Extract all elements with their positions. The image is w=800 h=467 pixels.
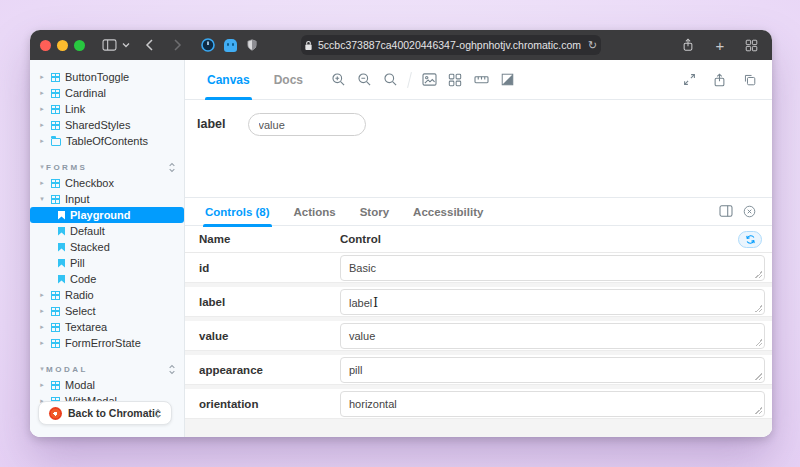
controls-rows: id Basic label labelI <box>185 253 772 437</box>
component-icon <box>51 339 60 348</box>
copy-link-icon[interactable] <box>736 67 762 93</box>
close-panel-icon[interactable] <box>743 205 756 218</box>
sidebar-toggle-icon[interactable] <box>99 35 119 55</box>
chevron-down-icon[interactable] <box>121 35 131 55</box>
browser-titlebar: 5ccbc373887ca40020446347-oghpnhotjv.chro… <box>30 30 772 60</box>
sidebar-item-link[interactable]: ▸ Link <box>30 101 184 117</box>
resize-handle[interactable] <box>755 305 762 312</box>
sidebar-item-cardinal[interactable]: ▸ Cardinal <box>30 85 184 101</box>
chevron-right-icon[interactable]: ▸ <box>38 381 46 389</box>
shield-extension-icon[interactable] <box>246 38 258 52</box>
tab-accessibility[interactable]: Accessibility <box>401 198 495 226</box>
control-value: horizontal <box>349 398 397 410</box>
sidebar-item-select[interactable]: ▸ Select <box>30 303 184 319</box>
resize-handle[interactable] <box>755 271 762 278</box>
component-icon <box>51 195 60 204</box>
chevron-right-icon[interactable]: ▸ <box>38 307 46 315</box>
grid-toggle-icon[interactable] <box>442 67 468 93</box>
component-icon <box>51 121 60 130</box>
background-toggle-icon[interactable] <box>416 67 442 93</box>
tab-overview-icon[interactable] <box>742 35 762 55</box>
chevron-right-icon[interactable]: ▸ <box>38 339 46 347</box>
sidebar-item-textarea[interactable]: ▸ Textarea <box>30 319 184 335</box>
sidebar-item-radio[interactable]: ▸ Radio <box>30 287 184 303</box>
chevron-right-icon[interactable]: ▸ <box>38 105 46 113</box>
bookmark-icon <box>58 275 65 284</box>
tab-story[interactable]: Story <box>348 198 401 226</box>
sidebar-item-modal[interactable]: ▸ Modal <box>30 377 184 393</box>
sidebar-item-buttontoggle[interactable]: ▸ ButtonToggle <box>30 69 184 85</box>
sidebar-section-modal[interactable]: ▾ MODAL <box>30 361 184 377</box>
expand-collapse-icon[interactable] <box>154 408 162 421</box>
tab-canvas[interactable]: Canvas <box>195 60 262 100</box>
sidebar-item-label: Select <box>65 305 96 317</box>
tab-actions[interactable]: Actions <box>282 198 348 226</box>
sidebar-item-checkbox[interactable]: ▸ Checkbox <box>30 175 184 191</box>
sidebar-story-stacked[interactable]: Stacked <box>30 239 184 255</box>
zoom-in-icon[interactable] <box>325 67 351 93</box>
component-icon <box>51 105 60 114</box>
panel-position-icon[interactable] <box>719 205 733 218</box>
back-to-chromatic-button[interactable]: Back to Chromatic <box>38 401 172 425</box>
zoom-window-button[interactable] <box>74 40 85 51</box>
preview-value-input[interactable] <box>248 113 366 136</box>
sidebar-section-forms[interactable]: ▾ FORMS <box>30 159 184 175</box>
sidebar-item-sharedstyles[interactable]: ▸ SharedStyles <box>30 117 184 133</box>
sidebar-story-playground[interactable]: Playground <box>30 207 184 223</box>
control-textarea-label[interactable]: labelI <box>340 289 765 315</box>
reset-controls-icon[interactable] <box>738 231 762 248</box>
new-tab-icon[interactable]: + <box>710 35 730 55</box>
chevron-right-icon[interactable]: ▸ <box>38 323 46 331</box>
measure-icon[interactable] <box>468 67 494 93</box>
share-icon[interactable] <box>678 35 698 55</box>
panel-tabs: Controls (8) Actions Story Accessibility <box>185 198 772 226</box>
expand-collapse-icon[interactable] <box>168 162 176 173</box>
reload-icon[interactable]: ↻ <box>588 39 597 52</box>
sidebar-item-formerrorstate[interactable]: ▸ FormErrorState <box>30 335 184 351</box>
zoom-reset-icon[interactable] <box>377 67 403 93</box>
blue-extension-icon[interactable] <box>224 39 237 52</box>
control-name: value <box>185 321 340 342</box>
tab-docs[interactable]: Docs <box>262 60 315 100</box>
close-window-button[interactable] <box>40 40 51 51</box>
sidebar-story-pill[interactable]: Pill <box>30 255 184 271</box>
chevron-right-icon[interactable]: ▸ <box>38 121 46 129</box>
chevron-right-icon[interactable]: ▸ <box>38 137 46 145</box>
column-header-name: Name <box>185 233 340 245</box>
chevron-right-icon[interactable]: ▸ <box>38 89 46 97</box>
component-icon <box>51 381 60 390</box>
chevron-right-icon[interactable]: ▸ <box>38 291 46 299</box>
sidebar-item-tableofcontents[interactable]: ▸ TableOfContents <box>30 133 184 149</box>
sidebar-story-default[interactable]: Default <box>30 223 184 239</box>
chevron-right-icon[interactable]: ▸ <box>38 179 46 187</box>
bookmark-icon <box>58 227 65 236</box>
sidebar-item-input[interactable]: ▾ Input <box>30 191 184 207</box>
open-new-tab-icon[interactable] <box>706 67 732 93</box>
resize-handle[interactable] <box>755 339 762 346</box>
resize-handle[interactable] <box>755 407 762 414</box>
outline-toggle-icon[interactable] <box>494 67 520 93</box>
resize-handle[interactable] <box>755 373 762 380</box>
minimize-window-button[interactable] <box>57 40 68 51</box>
tab-controls[interactable]: Controls (8) <box>193 198 282 226</box>
control-textarea-id[interactable]: Basic <box>340 255 765 281</box>
back-to-chromatic-label: Back to Chromatic <box>68 407 161 419</box>
chevron-right-icon[interactable]: ▸ <box>38 73 46 81</box>
fullscreen-icon[interactable] <box>676 67 702 93</box>
sidebar-item-label: Playground <box>70 209 131 221</box>
control-textarea-orientation[interactable]: horizontal <box>340 391 765 417</box>
control-textarea-appearance[interactable]: pill <box>340 357 765 383</box>
canvas-toolbar: Canvas Docs <box>185 60 772 100</box>
back-icon[interactable] <box>139 35 159 55</box>
sidebar-item-label: Radio <box>65 289 94 301</box>
forward-icon[interactable] <box>167 35 187 55</box>
expand-collapse-icon[interactable] <box>168 364 176 375</box>
chevron-down-icon[interactable]: ▾ <box>38 195 46 203</box>
password-extension-icon[interactable] <box>201 38 215 52</box>
sidebar-story-code[interactable]: Code <box>30 271 184 287</box>
sidebar-item-label: Checkbox <box>65 177 114 189</box>
zoom-out-icon[interactable] <box>351 67 377 93</box>
control-textarea-value[interactable]: value <box>340 323 765 349</box>
address-bar[interactable]: 5ccbc373887ca40020446347-oghpnhotjv.chro… <box>301 35 601 55</box>
folder-icon <box>51 138 61 146</box>
